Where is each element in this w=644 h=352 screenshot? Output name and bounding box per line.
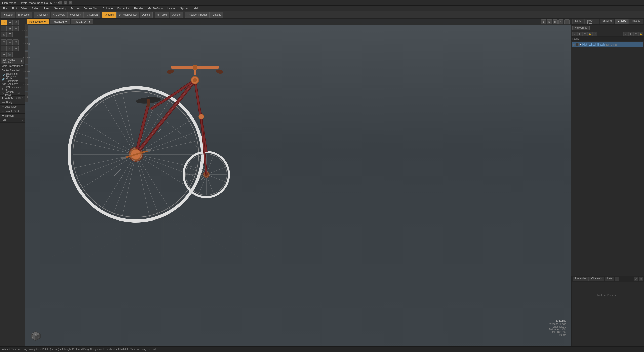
- left-tab-poly[interactable]: Poly: [25, 51, 28, 64]
- menu-render[interactable]: Render: [132, 6, 145, 10]
- edit-header[interactable]: Edit ▼: [0, 118, 25, 123]
- tool-icon-select[interactable]: ↗: [1, 20, 7, 25]
- viewport-ctrl-2[interactable]: ⊞: [547, 19, 552, 24]
- left-tab-edge[interactable]: Edge: [25, 65, 28, 77]
- menu-help[interactable]: Help: [192, 6, 202, 10]
- bp-tab-channels[interactable]: Channels: [589, 277, 604, 281]
- convert-button-2[interactable]: ↻ Convert: [51, 12, 67, 18]
- bp-tab-lists[interactable]: Lists: [605, 277, 615, 281]
- tab-images[interactable]: Images: [629, 19, 643, 24]
- perspective-button[interactable]: Perspective ▼: [27, 19, 49, 24]
- falloff-button[interactable]: ◈ Falloff: [155, 12, 169, 18]
- stem-detail: [191, 76, 199, 84]
- rp-icon-3[interactable]: 👁: [582, 32, 587, 36]
- tool-icon-box[interactable]: □: [1, 39, 7, 45]
- items-button[interactable]: ⬡ Items: [102, 12, 116, 18]
- tool-icon-locator[interactable]: ⊕: [1, 52, 7, 57]
- tool-icon-joint[interactable]: ✦: [13, 46, 19, 51]
- convert-button-1[interactable]: ↻ Convert: [34, 12, 50, 18]
- select-through-icon: ⬚: [187, 13, 190, 16]
- menu-texture[interactable]: Texture: [69, 6, 82, 10]
- advanced-button[interactable]: Advanced ▼: [50, 19, 70, 24]
- tool-icon-paint[interactable]: △: [1, 32, 7, 37]
- extrude-item[interactable]: ⬆ Extrude Shift+X: [0, 96, 25, 100]
- tool-icon-curve[interactable]: ∿: [7, 46, 13, 51]
- item-menu-label[interactable]: Item Menu: New Item ▼: [1, 58, 24, 64]
- tool-icon-sphere[interactable]: ○: [7, 39, 13, 45]
- menu-item[interactable]: Item: [42, 6, 51, 10]
- viewport-ctrl-4[interactable]: ☀: [558, 19, 564, 24]
- options-button-1[interactable]: Options: [140, 12, 153, 18]
- tab-groups[interactable]: Groups: [615, 19, 629, 24]
- rp-icon-1[interactable]: □: [572, 32, 577, 36]
- sculpt-button[interactable]: ✦ Sculpt: [1, 12, 15, 18]
- mesh-constraints-item[interactable]: 🔗 Mesh Constraints: [0, 77, 25, 82]
- thicken-item[interactable]: ⬒ Thicken: [0, 114, 25, 118]
- more-transforms-header[interactable]: More Transforms ▼: [0, 64, 25, 68]
- rp-icon-9[interactable]: 🔒: [638, 32, 643, 36]
- convert-button-3[interactable]: ↻ Convert: [67, 12, 84, 18]
- smooth-shift-item[interactable]: ≋ Smooth Shift: [0, 109, 25, 114]
- tool-icon-pen[interactable]: ✏: [13, 26, 19, 31]
- left-tab-vert[interactable]: Vert: [25, 78, 28, 91]
- rp-icon-2[interactable]: ◐: [577, 32, 582, 36]
- menu-geometry[interactable]: Geometry: [52, 6, 68, 10]
- new-group-button[interactable]: New Group: [572, 26, 590, 30]
- maximize-button[interactable]: □: [64, 1, 67, 5]
- left-tab-uv[interactable]: UV: [25, 92, 28, 102]
- left-tab-mesh[interactable]: Mesh: [25, 38, 28, 50]
- rp-icon-5[interactable]: ⬚: [592, 32, 597, 36]
- item-menu-dropdown[interactable]: Item Menu: New Item ▼: [0, 58, 25, 64]
- viewport[interactable]: Perspective ▼ Advanced ▼ Ray GL: Off ▼ ⊕…: [25, 19, 571, 346]
- ray-gl-button[interactable]: Ray GL: Off ▼: [71, 19, 94, 24]
- presets-button[interactable]: ▤ Presets: [16, 12, 32, 18]
- bp-ctrl-1[interactable]: ⤢: [634, 277, 638, 281]
- tool-icon-rotate[interactable]: ↺: [13, 20, 19, 25]
- tree-item-checkbox[interactable]: [576, 43, 579, 46]
- bridge-item[interactable]: ⟺ Bridge: [0, 100, 25, 105]
- left-tab-items[interactable]: Items: [25, 24, 28, 37]
- tool-icon-scale[interactable]: ⤡: [1, 26, 7, 31]
- action-center-button[interactable]: ⊕ Action Center: [116, 12, 139, 18]
- tool-icon-camera[interactable]: 📷: [7, 52, 13, 57]
- rp-icon-6[interactable]: □: [623, 32, 628, 36]
- edge-slice-item[interactable]: ✂ Edge Slice: [0, 105, 25, 109]
- rp-icon-7[interactable]: ◐: [628, 32, 633, 36]
- polygon-bevel-item[interactable]: ◇ Polygon Bevel Shift+B: [0, 91, 25, 96]
- menu-view[interactable]: View: [19, 6, 29, 10]
- select-through-button[interactable]: ⬚ Select Through: [185, 12, 210, 18]
- menu-dynamics[interactable]: Dynamics: [115, 6, 132, 10]
- menu-layout[interactable]: Layout: [165, 6, 178, 10]
- tool-icon-plane[interactable]: ▭: [1, 46, 7, 51]
- menu-select[interactable]: Select: [30, 6, 42, 10]
- convert-button-4[interactable]: ↻ Convert: [84, 12, 100, 18]
- tool-icon-cylinder[interactable]: ⬠: [13, 39, 19, 45]
- menu-vertexmap[interactable]: Vertex Map: [82, 6, 100, 10]
- menu-maxtomodo[interactable]: MaxToModo: [146, 6, 165, 10]
- tab-meshuse[interactable]: Mesh Use: [584, 19, 599, 24]
- viewport-ctrl-5[interactable]: ⬚: [564, 19, 570, 24]
- tool-icon-transform[interactable]: ⊞: [7, 26, 13, 31]
- rp-icon-4[interactable]: 🔒: [587, 32, 592, 36]
- close-button[interactable]: ✕: [69, 1, 72, 5]
- tool-icon-move[interactable]: ⊹: [7, 20, 13, 25]
- tab-shading[interactable]: Shading: [600, 19, 615, 24]
- menu-file[interactable]: File: [1, 6, 10, 10]
- bp-add-button[interactable]: +: [615, 277, 619, 281]
- tool-icon-text[interactable]: T: [7, 32, 13, 37]
- tree-item-bicycle[interactable]: ▶ ✦ High_Wheel_Bicycle (2) : Group: [572, 42, 643, 47]
- tab-items[interactable]: Items: [572, 19, 584, 24]
- fork-detail: [199, 114, 204, 119]
- options-button-3[interactable]: Options: [210, 12, 223, 18]
- bp-tab-properties[interactable]: Properties: [573, 277, 589, 281]
- bp-ctrl-2[interactable]: ⚙: [639, 277, 643, 281]
- options-button-2[interactable]: Options: [170, 12, 183, 18]
- scene-tree[interactable]: ▶ ✦ High_Wheel_Bicycle (2) : Group: [571, 41, 644, 276]
- menu-system[interactable]: System: [178, 6, 191, 10]
- viewport-ctrl-3[interactable]: ◉: [553, 19, 558, 24]
- rp-icon-8[interactable]: 👁: [633, 32, 638, 36]
- viewport-ctrl-1[interactable]: ⊕: [541, 19, 546, 24]
- menu-animate[interactable]: Animate: [101, 6, 115, 10]
- menu-edit[interactable]: Edit: [10, 6, 19, 10]
- minimize-button[interactable]: —: [59, 1, 62, 5]
